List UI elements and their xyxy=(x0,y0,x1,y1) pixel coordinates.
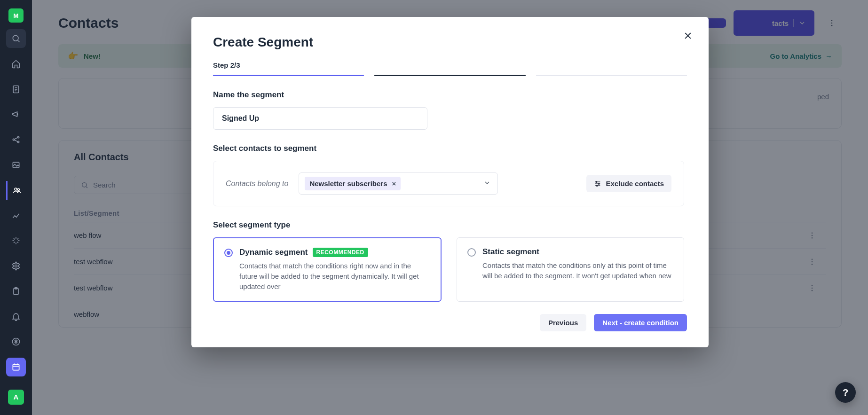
previous-button[interactable]: Previous xyxy=(540,314,586,331)
left-nav-rail: M xyxy=(0,0,32,415)
contact-chip: Newsletter subscribers × xyxy=(305,177,401,190)
svg-rect-18 xyxy=(13,364,19,370)
share-icon[interactable] xyxy=(6,130,26,149)
static-segment-title: Static segment xyxy=(482,247,539,257)
select-contacts-label: Select contacts to segment xyxy=(213,144,684,153)
next-label: Next - create condition xyxy=(602,319,679,327)
svg-point-13 xyxy=(17,188,19,190)
name-segment-label: Name the segment xyxy=(213,90,684,100)
svg-point-0 xyxy=(13,35,18,41)
help-icon: ? xyxy=(843,387,848,398)
contacts-icon[interactable] xyxy=(6,181,26,200)
exclude-contacts-label: Exclude contacts xyxy=(606,180,664,188)
svg-point-6 xyxy=(13,139,14,140)
step-bar-3 xyxy=(536,75,687,76)
sparkle-icon[interactable] xyxy=(6,231,26,250)
svg-point-8 xyxy=(17,141,19,142)
previous-label: Previous xyxy=(548,319,578,327)
svg-point-67 xyxy=(596,185,598,186)
step-bar-1 xyxy=(213,75,364,76)
segment-type-label: Select segment type xyxy=(213,220,684,230)
dynamic-segment-title: Dynamic segment xyxy=(239,248,308,257)
radio-unselected-icon xyxy=(467,248,476,257)
svg-point-12 xyxy=(15,188,17,190)
logo-letter: M xyxy=(14,12,19,19)
contact-chip-label: Newsletter subscribers xyxy=(309,180,387,188)
exclude-contacts-button[interactable]: Exclude contacts xyxy=(586,175,671,192)
svg-line-10 xyxy=(15,140,18,141)
billing-icon[interactable] xyxy=(6,332,26,351)
step-bar-2 xyxy=(374,75,525,76)
step-progress xyxy=(213,75,687,76)
app-logo[interactable]: M xyxy=(8,8,24,23)
recommended-badge: RECOMMENDED xyxy=(313,248,368,257)
segment-name-input[interactable] xyxy=(213,107,427,130)
image-icon[interactable] xyxy=(6,156,26,174)
contacts-select[interactable]: Newsletter subscribers × xyxy=(299,172,498,195)
svg-point-14 xyxy=(15,265,17,267)
radio-selected-icon xyxy=(224,249,233,257)
svg-point-7 xyxy=(17,136,19,138)
step-label: Step 2/3 xyxy=(213,61,687,69)
megaphone-icon[interactable] xyxy=(6,105,26,124)
search-icon[interactable] xyxy=(6,29,26,48)
close-icon xyxy=(683,31,693,40)
modal-overlay[interactable]: Create Segment Step 2/3 Name the segment xyxy=(32,0,868,415)
calendar-icon[interactable] xyxy=(6,358,26,376)
chevron-down-icon xyxy=(483,179,491,188)
svg-line-9 xyxy=(15,138,18,139)
home-icon[interactable] xyxy=(6,55,26,73)
svg-line-1 xyxy=(18,40,20,42)
static-segment-option[interactable]: Static segment Contacts that match the c… xyxy=(457,237,684,302)
svg-point-66 xyxy=(598,183,600,184)
analytics-icon[interactable] xyxy=(6,206,26,225)
contacts-belong-to-label: Contacts belong to xyxy=(226,180,288,188)
user-avatar[interactable]: A xyxy=(8,390,24,405)
clipboard-icon[interactable] xyxy=(6,282,26,301)
modal-footer: Previous Next - create condition xyxy=(213,314,687,331)
create-segment-modal: Create Segment Step 2/3 Name the segment xyxy=(191,17,709,347)
static-segment-desc: Contacts that match the conditions only … xyxy=(482,260,673,281)
document-icon[interactable] xyxy=(6,80,26,99)
chip-remove-button[interactable]: × xyxy=(392,180,396,188)
contacts-box: Contacts belong to Newsletter subscriber… xyxy=(213,161,684,206)
dynamic-segment-option[interactable]: Dynamic segment RECOMMENDED Contacts tha… xyxy=(213,237,442,302)
sliders-icon xyxy=(594,180,601,188)
avatar-letter: A xyxy=(14,393,19,401)
modal-title: Create Segment xyxy=(213,35,687,50)
close-button[interactable] xyxy=(683,31,693,42)
svg-point-65 xyxy=(596,181,597,182)
dynamic-segment-desc: Contacts that match the conditions right… xyxy=(239,261,430,291)
settings-icon[interactable] xyxy=(6,257,26,275)
bell-icon[interactable] xyxy=(6,307,26,326)
next-create-condition-button[interactable]: Next - create condition xyxy=(594,314,687,331)
help-button[interactable]: ? xyxy=(835,382,856,403)
